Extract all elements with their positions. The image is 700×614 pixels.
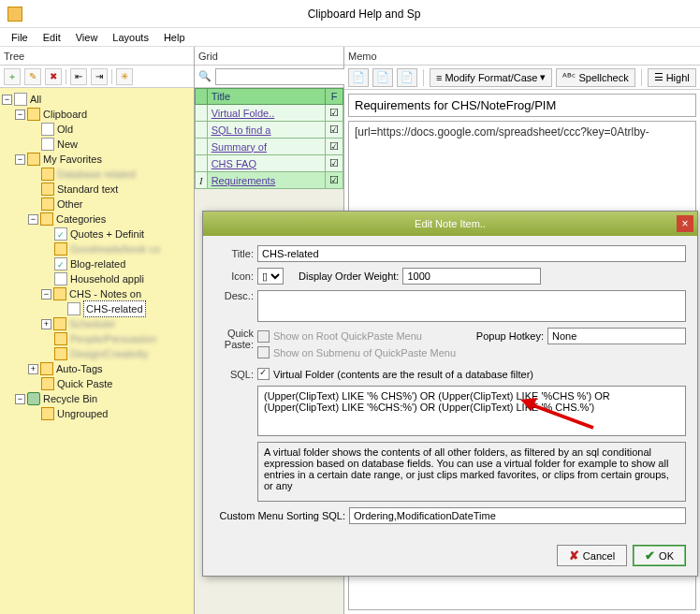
expand-toggle[interactable]: − [41,289,51,300]
tree-item-autotags[interactable]: Auto-Tags [56,361,103,376]
tree-edit-button[interactable]: ✎ [24,68,41,85]
tree-item-blurred[interactable]: Goodreads/book co [70,241,160,256]
folder-icon [41,407,54,420]
folder-icon [40,362,53,375]
tree-body[interactable]: −All −Clipboard Old New −My Favorites Da… [0,88,194,614]
sql-textarea[interactable]: (Upper(ClipText) LIKE '% CHS%') OR (Uppe… [257,386,686,436]
tree-delete-button[interactable]: ✖ [45,68,62,85]
custom-menu-sql-input[interactable] [349,507,686,524]
modify-format-label: Modify Format/Case [445,72,537,83]
expand-toggle[interactable]: − [15,110,25,120]
tree-gear-button[interactable]: ✳ [116,68,133,85]
expand-toggle[interactable]: − [2,95,12,105]
grid-col-f[interactable]: F [326,89,343,105]
tree-item-blurred[interactable]: Scheduler [69,316,116,331]
grid-cell-title[interactable]: Requirements [207,172,325,189]
icon-label: Icon: [214,270,254,282]
tree-item-old[interactable]: Old [57,122,73,137]
folder-icon [53,317,66,330]
dialog-title: Edit Note Item.. [415,218,486,229]
format-icon: ≡ [436,72,442,83]
recycle-icon [27,392,40,405]
grid-row-indicator [196,139,208,155]
tree-item-clipboard[interactable]: Clipboard [43,107,87,122]
cancel-button[interactable]: ✘Cancel [557,545,627,566]
menu-edit[interactable]: Edit [36,30,68,45]
menu-file[interactable]: File [4,30,36,45]
expand-toggle[interactable]: − [15,394,25,404]
close-button[interactable]: × [677,215,693,232]
grid-cell-title[interactable]: Summary of [207,139,325,155]
tree-item-blurred[interactable]: People/Persuasion [70,331,156,346]
tree-item-myfavorites[interactable]: My Favorites [43,152,102,167]
popup-hotkey-input[interactable] [547,328,686,344]
title-input[interactable] [257,245,686,262]
folder-icon [54,347,67,360]
grid-cell-check[interactable]: ☑ [326,122,343,139]
grid-cell-check[interactable]: ☑ [326,139,343,155]
tree-item-household[interactable]: Household appli [70,271,144,286]
search-icon: 🔍 [198,70,211,82]
tree-item-recyclebin[interactable]: Recycle Bin [43,391,97,406]
grid-cell-check[interactable]: ☑ [326,105,343,122]
tree-item-blog[interactable]: Blog-related [70,256,125,271]
grid-row-indicator-header [196,89,208,105]
tree-item-ungrouped[interactable]: Ungrouped [57,406,108,421]
tree-item-blurred[interactable]: Design/Creativity [70,346,148,361]
tree-item-new[interactable]: New [57,137,78,152]
highlight-button[interactable]: ☰Highl [648,68,696,87]
expand-toggle[interactable]: + [28,364,38,374]
dialog-title-bar[interactable]: Edit Note Item.. × [203,212,697,236]
folder-icon [41,168,54,181]
modify-format-button[interactable]: ≡Modify Format/Case▾ [430,68,552,87]
expand-toggle[interactable]: − [15,154,25,165]
spellcheck-button[interactable]: ᴬᴮᶜSpellcheck [556,68,634,87]
help-text: A virtual folder shows the contents of a… [257,442,686,502]
desc-input[interactable] [257,290,686,322]
expand-toggle[interactable]: − [28,214,38,225]
folder-icon [54,242,67,256]
grid-search-input[interactable] [215,68,346,85]
tree-item-chsnotes[interactable]: CHS - Notes on [69,286,141,301]
memo-title-field[interactable]: Requirements for CHS/NoteFrog/PIM [348,94,696,117]
grid-cell-check[interactable]: ☑ [326,155,343,172]
spellcheck-icon: ᴬᴮᶜ [562,71,576,83]
grid-col-title[interactable]: Title [207,89,325,105]
memo-save-button[interactable]: 📄 [397,68,417,87]
grid-row-indicator [196,105,208,122]
memo-copy-button[interactable]: 📄 [348,68,369,87]
quickpaste-root-checkbox[interactable] [257,330,270,343]
tree-item-quotes[interactable]: Quotes + Definit [70,227,144,241]
grid-cell-check[interactable]: ☑ [326,172,343,189]
tree-add-button[interactable]: ＋ [4,68,21,85]
tree-indent-right-button[interactable]: ⇥ [91,68,108,85]
menu-layouts[interactable]: Layouts [105,30,156,45]
grid-toolbar: 🔍 » [195,66,343,88]
page-icon [41,138,54,151]
highlight-label: Highl [666,72,690,83]
menu-view[interactable]: View [68,30,106,45]
highlight-icon: ☰ [654,71,664,83]
expand-toggle[interactable]: + [41,319,51,329]
tree-item-all[interactable]: All [30,92,41,107]
tree-item-quickpaste[interactable]: Quick Paste [57,376,112,391]
tree-item-categories[interactable]: Categories [56,212,106,227]
grid-cell-title[interactable]: CHS FAQ [207,155,325,172]
virtual-folder-label: Virtual Folder (contents are the result … [273,369,533,380]
grid-cell-title[interactable]: SQL to find a [207,122,325,139]
ok-label: OK [659,550,674,562]
menu-help[interactable]: Help [156,30,193,45]
virtual-folder-checkbox[interactable] [257,368,270,380]
app-icon [7,7,22,22]
display-order-weight-input[interactable] [402,268,541,285]
tree-indent-left-button[interactable]: ⇤ [70,68,87,85]
tree-item-standardtext[interactable]: Standard text [57,182,118,197]
tree-item-other[interactable]: Other [57,197,83,212]
icon-select[interactable]: ▯ [257,268,284,285]
ok-button[interactable]: ✔OK [633,545,686,566]
memo-new-button[interactable]: 📄 [372,68,393,87]
grid-cell-title[interactable]: Virtual Folde.. [207,105,325,122]
tree-item-blurred[interactable]: Database related [57,167,136,182]
quickpaste-submenu-checkbox[interactable] [257,346,270,358]
tree-item-chsrelated-selected[interactable]: CHS-related [83,300,146,317]
